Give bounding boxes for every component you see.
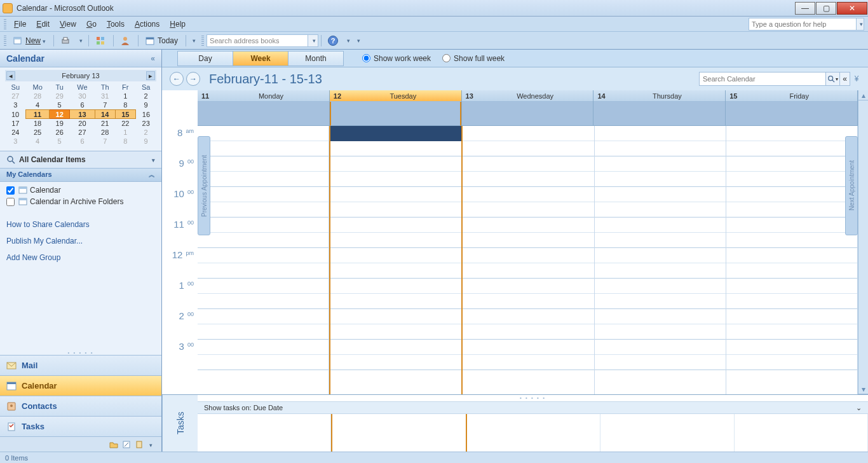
view-tab-day[interactable]: Day <box>177 51 233 66</box>
minical-day[interactable]: 17 <box>5 119 26 128</box>
scroll-down-button[interactable]: ▾ <box>858 384 868 394</box>
menu-help[interactable]: Help <box>165 18 191 31</box>
print-dropdown[interactable] <box>76 34 85 48</box>
minical-day[interactable]: 6 <box>70 137 95 146</box>
minical-day[interactable]: 12 <box>50 110 70 119</box>
my-calendars-header[interactable]: My Calendars ︽ <box>0 168 161 182</box>
task-day-column[interactable] <box>331 414 466 452</box>
minical-day[interactable]: 3 <box>5 137 26 146</box>
minical-day[interactable]: 20 <box>70 119 95 128</box>
day-header[interactable]: 14Thursday <box>593 90 726 126</box>
chevron-down-icon[interactable]: ⌄ <box>856 404 862 412</box>
minical-day[interactable]: 9 <box>135 137 156 146</box>
minical-day[interactable]: 23 <box>135 119 156 128</box>
minical-day[interactable]: 2 <box>135 128 156 137</box>
scroll-up-button[interactable]: ▴ <box>858 90 868 100</box>
show-work-week-radio[interactable]: Show work week <box>362 54 431 63</box>
calendar-checkbox[interactable] <box>6 186 15 195</box>
minical-day[interactable]: 5 <box>50 100 70 110</box>
minical-day[interactable]: 8 <box>115 137 135 146</box>
minical-day[interactable]: 26 <box>50 128 70 137</box>
sidebar-link[interactable]: Publish My Calendar... <box>6 233 155 249</box>
minical-day[interactable]: 31 <box>95 92 115 100</box>
calendar-search-input[interactable] <box>699 72 826 86</box>
nav-mail[interactable]: Mail <box>0 355 161 375</box>
minimize-button[interactable]: — <box>795 2 815 15</box>
day-header[interactable]: 15Friday <box>726 90 858 126</box>
day-column[interactable] <box>595 126 726 394</box>
collapse-sidebar-button[interactable]: « <box>151 54 155 63</box>
today-button[interactable]: Today <box>141 34 182 48</box>
nav-contacts[interactable]: Contacts <box>0 396 161 416</box>
calendar-grid[interactable]: 11Monday12Tuesday13Wednesday14Thursday15… <box>162 90 868 394</box>
sidebar-link[interactable]: How to Share Calendars <box>6 216 155 233</box>
help-search-dropdown[interactable] <box>857 18 864 31</box>
minical-day[interactable]: 7 <box>95 137 115 146</box>
minical-day[interactable]: 6 <box>70 100 95 110</box>
minical-day[interactable]: 7 <box>95 100 115 110</box>
mini-calendar[interactable]: ◂ February 13 ▸ SuMoTuWeThFrSa2728293031… <box>0 67 161 151</box>
toolbar-dropdown-1[interactable] <box>189 34 198 48</box>
minical-day[interactable]: 11 <box>26 110 50 119</box>
minical-day[interactable]: 18 <box>26 119 50 128</box>
prev-appointment-tab[interactable]: Previous Appointment <box>198 136 210 235</box>
task-day-column[interactable] <box>600 414 734 452</box>
maximize-button[interactable]: ▢ <box>816 2 836 15</box>
sidebar-link[interactable]: Add New Group <box>6 249 155 266</box>
next-appointment-tab[interactable]: Next Appointment <box>845 136 858 235</box>
minical-day[interactable]: 3 <box>5 100 26 110</box>
day-column[interactable] <box>726 126 858 394</box>
day-header[interactable]: 12Tuesday <box>330 90 462 126</box>
help-button[interactable]: ? <box>324 34 342 48</box>
menu-view[interactable]: View <box>55 18 81 31</box>
minical-day[interactable]: 28 <box>26 92 50 100</box>
minical-day[interactable]: 21 <box>95 119 115 128</box>
minical-day[interactable]: 13 <box>70 110 95 119</box>
categorize-button[interactable] <box>92 34 109 48</box>
minical-day[interactable]: 27 <box>70 128 95 137</box>
minical-day[interactable]: 10 <box>5 110 26 119</box>
minical-day[interactable]: 19 <box>50 119 70 128</box>
folder-icon[interactable] <box>109 440 118 449</box>
view-tab-week[interactable]: Week <box>233 51 288 66</box>
minical-day[interactable]: 2 <box>135 92 156 100</box>
tasks-header[interactable]: Show tasks on: Due Date ⌄ <box>198 401 868 414</box>
menu-tools[interactable]: Tools <box>102 18 130 31</box>
dropdown-icon[interactable] <box>150 155 155 164</box>
calendar-search-button[interactable]: ▾ <box>826 72 840 86</box>
next-month-button[interactable]: ▸ <box>146 71 155 80</box>
calendar-list-item[interactable]: Calendar in Archive Folders <box>6 196 155 207</box>
permissions-button[interactable] <box>116 34 134 48</box>
shortcuts-icon[interactable] <box>122 440 131 449</box>
task-day-column[interactable] <box>467 414 600 452</box>
nav-tasks[interactable]: Tasks <box>0 416 161 436</box>
minical-day[interactable]: 29 <box>50 92 70 100</box>
minical-day[interactable]: 14 <box>95 110 115 119</box>
minical-day[interactable]: 1 <box>115 92 135 100</box>
view-tab-month[interactable]: Month <box>288 51 344 66</box>
minical-day[interactable]: 4 <box>26 100 50 110</box>
minical-day[interactable]: 22 <box>115 119 135 128</box>
toolbar-overflow[interactable] <box>353 34 362 48</box>
minical-day[interactable]: 9 <box>135 100 156 110</box>
close-button[interactable]: ✕ <box>837 2 867 15</box>
day-header[interactable]: 13Wednesday <box>462 90 594 126</box>
address-search-input[interactable]: Search address books <box>207 34 308 47</box>
calendar-list-item[interactable]: Calendar <box>6 184 155 196</box>
calendar-search-expand[interactable]: « <box>840 72 850 86</box>
minical-day[interactable]: 28 <box>95 128 115 137</box>
menu-file[interactable]: File <box>9 18 31 31</box>
task-day-column[interactable] <box>198 414 331 452</box>
address-search-dropdown[interactable] <box>308 34 318 47</box>
minical-day[interactable]: 1 <box>115 128 135 137</box>
expand-chevron[interactable]: ¥ <box>853 74 860 83</box>
help-dropdown[interactable] <box>343 34 352 48</box>
prev-month-button[interactable]: ◂ <box>6 71 15 80</box>
minical-day[interactable]: 8 <box>115 100 135 110</box>
task-day-column[interactable] <box>735 414 868 452</box>
day-column[interactable] <box>329 126 463 394</box>
selected-slot[interactable] <box>330 126 461 141</box>
day-header[interactable]: 11Monday <box>198 90 330 126</box>
sidebar-config-button[interactable] <box>147 440 156 449</box>
minical-day[interactable]: 15 <box>115 110 135 119</box>
